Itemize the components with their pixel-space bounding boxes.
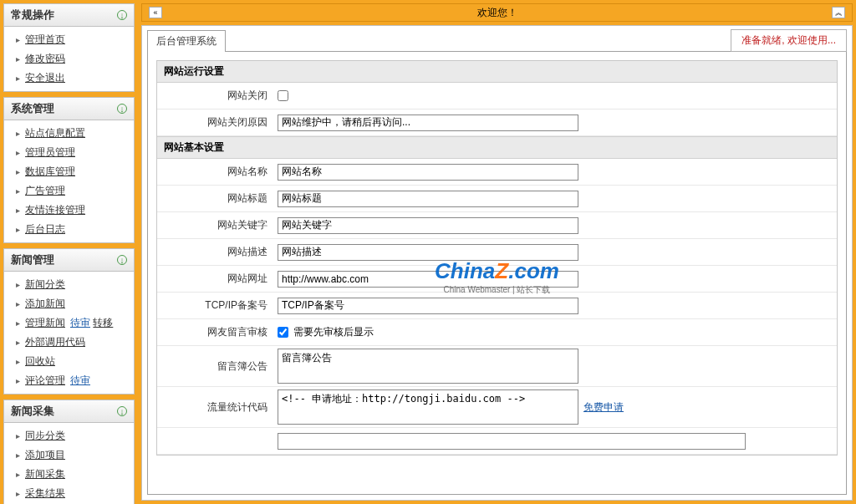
sidebar-item-link[interactable]: 外部调用代码	[25, 335, 85, 349]
sidebar-item[interactable]: 安全退出	[4, 69, 134, 88]
link-stats-apply[interactable]: 免费申请	[583, 400, 624, 415]
sidebar-item[interactable]: 后台日志	[4, 220, 134, 239]
sidebar-item-extra[interactable]: 待审	[70, 317, 90, 328]
textarea-guestbook-notice[interactable]: 留言簿公告	[278, 349, 578, 384]
status-message: 准备就绪, 欢迎使用...	[731, 29, 847, 52]
sidebar-item[interactable]: 站点信息配置	[4, 124, 134, 143]
panel-header[interactable]: 新闻采集↓	[4, 400, 134, 423]
panel-title: 系统管理	[11, 101, 54, 116]
panel-title: 常规操作	[11, 8, 54, 23]
sidebar-item-link[interactable]: 数据库管理	[25, 165, 75, 179]
sidebar-item-link[interactable]: 修改密码	[25, 52, 65, 66]
input-icp[interactable]	[278, 298, 578, 314]
settings-form: 网站运行设置 网站关闭 网站关闭原因 网站基本设置 网站名称	[147, 51, 847, 495]
input-site-name[interactable]	[278, 164, 578, 181]
collapse-up-icon[interactable]: ︽	[832, 7, 845, 18]
sidebar-item-link[interactable]: 采集结果	[25, 486, 65, 501]
sidebar-item[interactable]: 评论管理待审	[4, 371, 134, 390]
panel-title: 新闻管理	[11, 252, 54, 267]
panel-header[interactable]: 系统管理↓	[4, 98, 134, 120]
sidebar-item-link[interactable]: 新闻采集	[25, 467, 65, 481]
tab-system[interactable]: 后台管理系统	[147, 30, 226, 52]
label-guestbook-audit: 网友留言审核	[157, 322, 274, 343]
main-area: « 欢迎您！ ︽ 准备就绪, 欢迎使用... 后台管理系统 网站运行设置 网站关…	[138, 0, 856, 504]
label-icp: TCP/IP备案号	[157, 295, 274, 316]
sidebar-item[interactable]: 添加项目	[4, 445, 134, 465]
sidebar-item[interactable]: 采集结果	[4, 484, 134, 503]
sidebar-item-link[interactable]: 回收站	[25, 354, 55, 369]
sidebar-item[interactable]: 新闻采集	[4, 465, 134, 484]
sidebar-item-link[interactable]: 站点信息配置	[25, 126, 85, 140]
panel-header[interactable]: 新闻管理↓	[4, 249, 134, 272]
section-basic: 网站基本设置	[157, 136, 837, 159]
input-closed-reason[interactable]	[278, 115, 578, 131]
sidebar-item[interactable]: 管理新闻待审 转移	[4, 313, 134, 333]
sidebar-item[interactable]: 添加新闻	[4, 294, 134, 313]
sidebar-item[interactable]: 同步分类	[4, 426, 134, 445]
label-closed-reason: 网站关闭原因	[157, 112, 274, 133]
input-site-keywords[interactable]	[278, 217, 578, 234]
sidebar-item[interactable]: 广告管理	[4, 181, 134, 201]
panel-header[interactable]: 常规操作↓	[4, 4, 134, 27]
input-site-url[interactable]	[278, 271, 578, 288]
collapse-icon[interactable]: ↓	[117, 104, 127, 114]
label-site-closed: 网站关闭	[157, 85, 274, 106]
sidebar-item[interactable]: 外部调用代码	[4, 333, 134, 352]
section-runtime: 网站运行设置	[157, 61, 837, 83]
sidebar-item[interactable]: 数据库管理	[4, 162, 134, 181]
sidebar-item-extra[interactable]: 待审	[70, 374, 90, 386]
label-site-name: 网站名称	[157, 161, 274, 182]
label-guestbook-notice: 留言簿公告	[157, 356, 274, 377]
collapse-left-icon[interactable]: «	[149, 7, 162, 18]
collapse-icon[interactable]: ↓	[117, 406, 127, 416]
sidebar-item[interactable]: 回收站	[4, 352, 134, 371]
welcome-text: 欢迎您！	[477, 6, 517, 20]
collapse-icon[interactable]: ↓	[117, 255, 127, 265]
checkbox-site-closed[interactable]	[278, 90, 288, 101]
panel-title: 新闻采集	[11, 404, 54, 419]
sidebar-item-link[interactable]: 广告管理	[25, 184, 65, 198]
sidebar: 常规操作↓管理首页修改密码安全退出系统管理↓站点信息配置管理员管理数据库管理广告…	[0, 0, 138, 504]
label-empty	[157, 438, 274, 445]
sidebar-item-link[interactable]: 后台日志	[25, 222, 65, 237]
sidebar-item-link[interactable]: 管理首页	[25, 33, 65, 47]
sidebar-item-link[interactable]: 安全退出	[25, 71, 65, 85]
label-site-desc: 网站描述	[157, 242, 274, 262]
sidebar-item-link[interactable]: 友情连接管理	[25, 203, 85, 217]
label-site-title: 网站标题	[157, 188, 274, 209]
sidebar-item-link[interactable]: 添加项目	[25, 448, 65, 462]
sidebar-item-link[interactable]: 管理新闻	[25, 316, 65, 330]
sidebar-item[interactable]: 友情连接管理	[4, 201, 134, 220]
sidebar-item[interactable]: 管理员管理	[4, 143, 134, 162]
sidebar-item-link[interactable]: 管理员管理	[25, 145, 75, 160]
label-site-keywords: 网站关键字	[157, 215, 274, 236]
input-site-title[interactable]	[278, 191, 578, 207]
text-guestbook-audit: 需要先审核后显示	[293, 325, 374, 339]
checkbox-guestbook-audit[interactable]	[278, 327, 288, 338]
sidebar-item[interactable]: 修改密码	[4, 49, 134, 69]
content-area: 准备就绪, 欢迎使用... 后台管理系统 网站运行设置 网站关闭 网站关闭原因 …	[141, 25, 853, 501]
sidebar-item[interactable]: 管理首页	[4, 30, 134, 49]
sidebar-item-link[interactable]: 添加新闻	[25, 297, 65, 311]
sidebar-item-link[interactable]: 评论管理	[25, 374, 65, 388]
input-site-desc[interactable]	[278, 244, 578, 261]
label-stats-code: 流量统计代码	[157, 397, 274, 418]
textarea-extra[interactable]	[278, 433, 746, 450]
topbar: « 欢迎您！ ︽	[141, 3, 853, 22]
textarea-stats-code[interactable]: <!-- 申请地址：http://tongji.baidu.com -->	[278, 389, 578, 425]
sidebar-item-link[interactable]: 同步分类	[25, 429, 65, 443]
label-site-url: 网站网址	[157, 268, 274, 289]
sidebar-item-extra[interactable]: 转移	[93, 317, 113, 328]
sidebar-item-link[interactable]: 新闻分类	[25, 277, 65, 292]
sidebar-item[interactable]: 新闻分类	[4, 275, 134, 294]
collapse-icon[interactable]: ↓	[117, 10, 127, 20]
